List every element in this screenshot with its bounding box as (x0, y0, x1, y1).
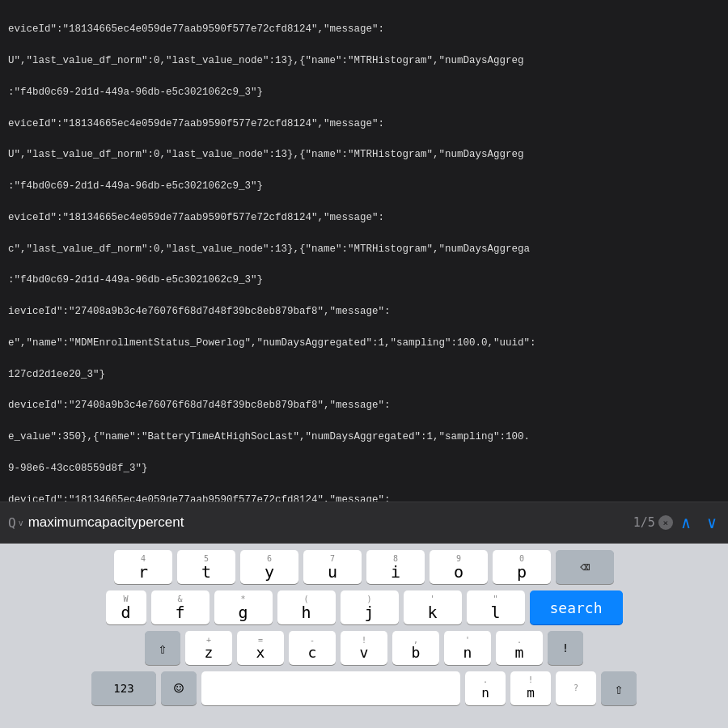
search-next-button[interactable]: ∨ (704, 511, 720, 534)
key-g[interactable]: * g (214, 590, 273, 624)
key-y[interactable]: 6 y (240, 550, 298, 584)
key-exclaim[interactable]: ! m (510, 671, 551, 705)
search-input[interactable] (28, 514, 629, 531)
key-n[interactable]: ' n (444, 631, 491, 665)
text-line: eviceId":"18134665ec4e059de77aab9590f577… (8, 23, 384, 35)
key-b[interactable]: , b (392, 631, 439, 665)
keyboard-row-shift: ⇧ + z = x - c ! v , b ' n . m (2, 631, 726, 665)
text-line: :"f4bd0c69-2d1d-449a-96db-e5c3021062c9_3… (8, 180, 263, 192)
text-line: ieviceId":"27408a9b3c4e76076f68d7d48f39b… (8, 306, 391, 317)
text-line: U","last_value_df_norm":0,"last_value_no… (8, 149, 524, 160)
backspace-icon: ⌫ (580, 557, 590, 577)
text-line: 9-98e6-43cc08559d8f_3"} (8, 463, 148, 474)
text-line: deviceId":"27408a9b3c4e76076f68d7d48f39b… (8, 400, 391, 411)
text-line: 127cd2d1ee20_3"} (8, 369, 105, 380)
numbers-symbols-key[interactable]: 123 (91, 671, 156, 705)
key-z[interactable]: + z (185, 631, 232, 665)
keyboard-row-numbers: 4 r 5 t 6 y 7 u 8 i 9 o 0 p ⌫ (2, 550, 726, 584)
key-l[interactable]: " l (467, 590, 525, 624)
magnifier-icon: Q (8, 515, 16, 531)
key-p[interactable]: 0 p (493, 550, 551, 584)
keyboard: 4 r 5 t 6 y 7 u 8 i 9 o 0 p ⌫ (0, 544, 728, 728)
text-line: e_value":350},{"name":"BatteryTimeAtHigh… (8, 431, 530, 442)
close-icon: × (663, 518, 669, 528)
key-i[interactable]: 8 i (366, 550, 425, 584)
search-navigation: ∧ ∨ (678, 511, 720, 534)
text-line: :"f4bd0c69-2d1d-449a-96db-e5c3021062c9_3… (8, 87, 263, 98)
shift-right-key[interactable]: ! (548, 631, 583, 665)
shift-bottom-key[interactable]: ⇧ (601, 671, 637, 705)
text-line: eviceId":"18134665ec4e059de77aab9590f577… (8, 212, 384, 223)
text-line: e","name":"MDMEnrollmentStatus_Powerlog"… (8, 337, 536, 349)
backspace-key[interactable]: ⌫ (556, 550, 614, 584)
key-x[interactable]: = x (237, 631, 284, 665)
text-line: :"f4bd0c69-2d1d-449a-96db-e5c3021062c9_3… (8, 274, 263, 286)
search-bar: Q v 1/5 × ∧ ∨ (0, 502, 728, 544)
key-d[interactable]: W d (106, 590, 146, 624)
key-r[interactable]: 4 r (114, 550, 172, 584)
key-u[interactable]: 7 u (303, 550, 362, 584)
shift-bottom-icon: ⇧ (615, 680, 624, 697)
text-line: U","last_value_df_norm":0,"last_value_no… (8, 55, 524, 66)
search-result-counter: 1/5 × (633, 515, 673, 530)
keyboard-bottom-row: 123 ☺ . n ! m ? ⇧ (2, 671, 726, 705)
keyboard-row-home: W d & f * g ( h ) j ' k " l search (2, 590, 726, 624)
shift-icon: ⇧ (159, 640, 167, 657)
key-period[interactable]: . n (465, 671, 506, 705)
text-line: c","last_value_df_norm":0,"last_value_no… (8, 243, 530, 255)
key-f[interactable]: & f (151, 590, 210, 624)
search-subscript: v (19, 518, 23, 527)
key-m[interactable]: . m (496, 631, 543, 665)
key-c[interactable]: - c (289, 631, 336, 665)
key-j[interactable]: ) j (341, 590, 399, 624)
key-h[interactable]: ( h (277, 590, 336, 624)
text-line: deviceId":"18134665ec4e059de77aab9590f57… (8, 494, 391, 502)
shift-key[interactable]: ⇧ (145, 631, 180, 665)
clear-search-button[interactable]: × (658, 515, 673, 530)
search-icon: Q v (8, 515, 23, 531)
text-content-area: eviceId":"18134665ec4e059de77aab9590f577… (0, 0, 728, 502)
counter-text: 1/5 (633, 515, 655, 530)
space-key[interactable] (201, 671, 460, 705)
text-line: eviceId":"18134665ec4e059de77aab9590f577… (8, 118, 384, 129)
key-v[interactable]: ! v (341, 631, 387, 665)
search-prev-button[interactable]: ∧ (678, 511, 694, 534)
emoji-key[interactable]: ☺ (161, 671, 197, 705)
key-o[interactable]: 9 o (430, 550, 488, 584)
key-question[interactable]: ? (556, 671, 596, 705)
exclaim-icon: ! (562, 641, 569, 654)
search-keyboard-button[interactable]: search (530, 590, 623, 624)
key-k[interactable]: ' k (404, 590, 462, 624)
key-t[interactable]: 5 t (177, 550, 235, 584)
